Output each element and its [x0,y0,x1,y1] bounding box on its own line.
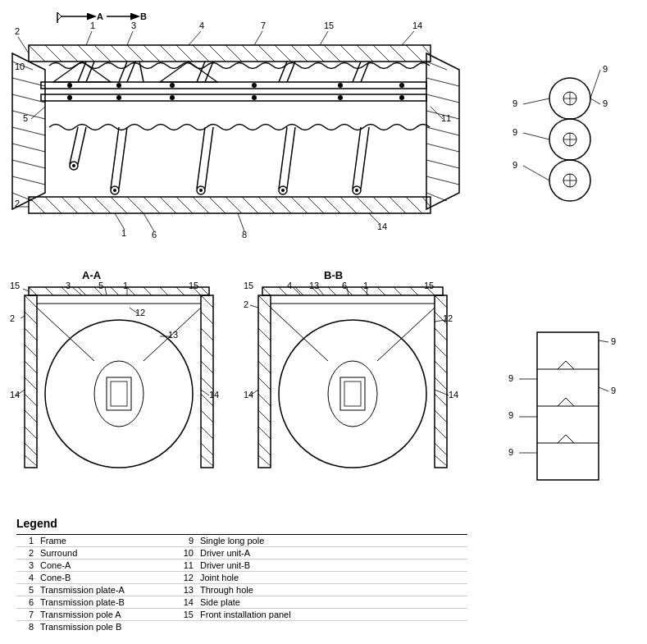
legend-row: 2 Surround 10 Driver unit-A [16,547,467,560]
right-diagram-bottom: 9 9 9 9 9 [504,320,640,492]
svg-line-256 [258,328,271,340]
svg-line-18 [209,45,226,62]
svg-line-21 [258,45,275,62]
svg-text:9: 9 [513,127,517,137]
legend-label-right: Through hole [197,584,467,596]
svg-text:B: B [140,11,147,21]
svg-line-25 [324,45,340,62]
legend-num-right: 10 [176,547,197,560]
svg-point-124 [399,95,404,100]
svg-line-251 [410,287,418,295]
svg-text:A-A: A-A [82,269,102,281]
svg-text:4: 4 [199,21,204,30]
svg-line-206 [201,345,213,357]
section-bb: B-B [242,263,472,492]
svg-line-41 [127,197,144,213]
svg-line-45 [193,197,209,213]
svg-line-201 [25,455,37,466]
svg-rect-33 [41,94,426,101]
svg-line-185 [144,287,152,295]
svg-point-113 [67,83,72,88]
svg-line-62 [12,78,45,86]
svg-point-106 [281,189,285,192]
svg-line-198 [25,410,37,422]
svg-line-260 [258,394,271,406]
section-aa: A-A [8,263,230,492]
svg-point-85 [72,164,75,167]
svg-line-261 [258,410,271,422]
svg-line-175 [523,166,549,180]
svg-line-101 [279,62,287,82]
legend-num-left: 2 [16,547,37,560]
legend-label-left: Transmission pole B [37,621,176,633]
svg-text:13: 13 [309,281,319,290]
svg-line-88 [139,62,144,82]
svg-line-86 [119,62,127,82]
svg-line-75 [426,127,459,135]
svg-line-282 [377,308,435,361]
legend-num-right: 9 [176,535,197,547]
svg-line-102 [287,62,295,82]
legend-title: Legend [16,517,467,530]
legend-num-left: 6 [16,596,37,609]
svg-line-213 [201,455,213,466]
svg-rect-216 [107,377,131,410]
svg-line-26 [340,45,357,62]
svg-line-47 [226,197,242,213]
svg-text:15: 15 [424,281,434,290]
svg-line-135 [320,31,328,45]
svg-line-133 [254,31,262,45]
svg-line-179 [45,287,53,295]
svg-line-97 [197,127,205,189]
svg-line-72 [426,78,459,86]
svg-line-268 [435,328,447,340]
svg-text:12: 12 [443,313,453,323]
svg-line-273 [435,410,447,422]
legend-label-right [197,621,467,633]
svg-line-92 [119,127,127,189]
svg-line-151 [238,213,244,231]
svg-line-276 [435,455,447,466]
legend-num-right [176,621,197,633]
svg-line-83 [78,127,86,164]
svg-line-46 [209,197,226,213]
svg-point-118 [399,83,404,88]
svg-line-43 [160,197,176,213]
svg-rect-280 [344,381,361,406]
svg-line-207 [201,361,213,373]
svg-rect-217 [111,381,127,406]
svg-text:B-B: B-B [324,269,343,281]
svg-line-54 [340,197,357,213]
svg-point-115 [170,83,175,88]
legend-table: 1 Frame 9 Single long pole 2 Surround 10… [16,534,467,633]
svg-line-36 [45,197,62,213]
legend-label-left: Surround [37,547,176,560]
svg-line-193 [25,328,37,340]
legend-num-left: 3 [16,560,37,572]
svg-line-51 [291,197,308,213]
svg-line-271 [435,377,447,390]
svg-line-12 [111,45,127,62]
svg-line-242 [262,287,271,295]
svg-text:9: 9 [603,64,608,74]
svg-text:2: 2 [244,299,248,309]
svg-line-7 [29,45,45,62]
legend-row: 6 Transmission plate-B 14 Side plate [16,596,467,609]
svg-line-147 [115,213,125,230]
svg-line-91 [111,127,119,189]
svg-text:9: 9 [611,386,616,395]
svg-text:5: 5 [23,113,28,123]
svg-line-250 [394,287,402,295]
svg-line-24 [308,45,324,62]
svg-line-313 [566,398,574,406]
svg-line-263 [258,443,271,455]
legend: Legend 1 Frame 9 Single long pole 2 Surr… [16,517,467,633]
svg-line-318 [599,387,608,391]
svg-line-9 [62,45,78,62]
legend-num-left: 8 [16,621,37,633]
svg-line-203 [201,295,213,308]
svg-text:9: 9 [513,160,517,170]
svg-line-50 [275,197,291,213]
svg-line-195 [25,361,37,373]
svg-text:9: 9 [508,447,513,457]
